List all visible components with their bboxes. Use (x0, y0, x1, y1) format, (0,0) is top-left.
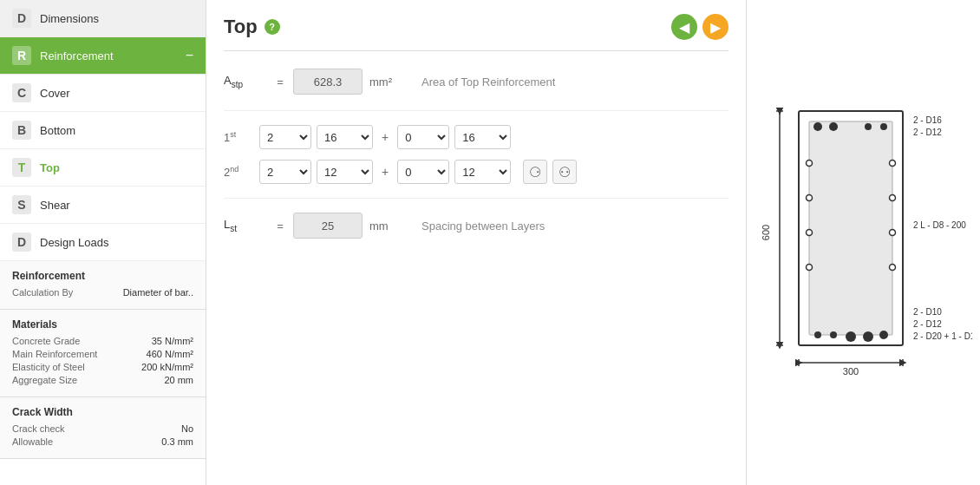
concrete-grade-label: Concrete Grade (12, 336, 80, 346)
bot-rebar-3 (846, 331, 856, 342)
help-icon[interactable]: ? (265, 19, 280, 35)
side-rebar-left-4 (806, 265, 812, 271)
main-rein-value: 460 N/mm² (147, 349, 193, 359)
panel-header: Top ? ◀ ▶ (224, 14, 728, 51)
sidebar-item-bottom[interactable]: B Bottom (0, 112, 206, 149)
side-rebar-left-3 (806, 230, 812, 236)
layer2-label: 2nd (224, 165, 254, 179)
elasticity-value: 200 kN/mm² (141, 362, 193, 372)
side-rebar-left-1 (806, 161, 812, 167)
dim-600-label: 600 (761, 225, 771, 240)
cross-section-diagram: 600 300 (755, 68, 972, 417)
calc-label: Calculation By (12, 287, 73, 298)
layer1-sup: st (230, 130, 236, 139)
nav-right-button[interactable]: ▶ (702, 14, 728, 40)
main-rein-label: Main Reinforcement (12, 349, 97, 359)
astp-equals: = (267, 75, 293, 88)
top-rebar-4 (880, 123, 887, 130)
layer2-plus: + (378, 165, 392, 179)
diagram-panel: 600 300 (746, 0, 980, 485)
astp-unit: mm² (369, 75, 413, 88)
layer1-row: 1st 20134 16810122025 + 0123 168101220 (224, 125, 728, 149)
sidebar-item-design-loads[interactable]: D Design Loads (0, 224, 206, 261)
sidebar: D Dimensions R Reinforcement − C Cover B… (0, 0, 206, 485)
sidebar-label-design-loads: Design Loads (40, 236, 193, 249)
astp-label: Astp (224, 74, 267, 89)
top-rebar-2 (829, 122, 838, 131)
sidebar-item-top[interactable]: T Top (0, 149, 206, 187)
lst-subscript: st (230, 224, 237, 233)
nav-arrows: ◀ ▶ (671, 14, 728, 40)
sidebar-item-shear[interactable]: S Shear (0, 187, 206, 224)
side-rebar-right-4 (889, 265, 895, 271)
lst-equals: = (267, 220, 293, 233)
layer2-sup: nd (230, 165, 238, 174)
top-rebar-3 (865, 123, 872, 130)
remove-layer-button[interactable]: ⚇ (552, 160, 577, 184)
lst-label: Lst (224, 218, 267, 233)
bot-rebar-1 (814, 331, 821, 338)
sidebar-label-reinforcement: Reinforcement (40, 49, 186, 62)
sidebar-item-dimensions[interactable]: D Dimensions (0, 0, 206, 37)
sidebar-letter-t: T (12, 158, 31, 177)
side-rebar-right-3 (889, 230, 895, 236)
layer1-dia2-select[interactable]: 168101220 (454, 125, 511, 149)
sidebar-item-reinforcement[interactable]: R Reinforcement − (0, 37, 206, 75)
main-panel: Top ? ◀ ▶ Astp = 628.3 mm² Area of Top R… (206, 0, 746, 485)
layer1-dia1-select[interactable]: 16810122025 (317, 125, 373, 149)
crack-check-label: Crack check (12, 423, 65, 434)
lst-unit: mm (369, 220, 413, 233)
sidebar-label-cover: Cover (40, 87, 193, 100)
main-content: Top ? ◀ ▶ Astp = 628.3 mm² Area of Top R… (206, 0, 746, 485)
layer1-qty-select[interactable]: 20134 (259, 125, 311, 149)
layer2-dia2-select[interactable]: 128101620 (454, 160, 511, 184)
sidebar-letter-c: C (12, 83, 31, 102)
aggregate-row: Aggregate Size 20 mm (12, 375, 193, 385)
materials-heading: Materials (12, 318, 193, 331)
nav-left-button[interactable]: ◀ (671, 14, 697, 40)
sidebar-letter-r: R (12, 46, 31, 65)
allowable-value: 0.3 mm (161, 436, 193, 447)
astp-value: 628.3 (293, 69, 363, 95)
sidebar-letter-s: S (12, 195, 31, 214)
sidebar-letter-b: B (12, 121, 31, 140)
astp-row: Astp = 628.3 mm² Area of Top Reinforceme… (224, 69, 728, 95)
layer1-label: 1st (224, 130, 254, 144)
sidebar-item-cover[interactable]: C Cover (0, 75, 206, 112)
calc-value: Diameter of bar.. (123, 287, 193, 298)
side-rebar-right-2 (889, 195, 895, 201)
panel-title: Top (224, 16, 258, 38)
main-rein-row: Main Reinforcement 460 N/mm² (12, 349, 193, 359)
add-layer-button[interactable]: ⚆ (523, 160, 547, 184)
astp-description: Area of Top Reinforcement (421, 75, 555, 88)
elasticity-row: Elasticity of Steel 200 kN/mm² (12, 362, 193, 372)
diagram-top-label2: 2 - D12 (913, 128, 942, 137)
astp-subscript: stp (232, 80, 243, 89)
allowable-label: Allowable (12, 436, 53, 447)
sidebar-label-bottom: Bottom (40, 124, 193, 137)
svg-rect-3 (809, 121, 892, 335)
divider-2 (224, 198, 728, 199)
layer2-qty-select[interactable]: 20134 (259, 160, 311, 184)
allowable-row: Allowable 0.3 mm (12, 436, 193, 447)
bot-rebar-2 (830, 331, 837, 338)
diagram-bot-label3: 2 - D20 + 1 - D16 (913, 331, 972, 341)
layer1-qty2-select[interactable]: 0123 (397, 125, 449, 149)
reinforcement-info-heading: Reinforcement (12, 270, 193, 282)
sidebar-label-dimensions: Dimensions (40, 12, 193, 25)
sidebar-label-top: Top (40, 161, 193, 174)
layer1-plus: + (378, 130, 392, 144)
aggregate-label: Aggregate Size (12, 375, 77, 385)
sidebar-label-shear: Shear (40, 199, 193, 212)
reinforcement-info-section: Reinforcement Calculation By Diameter of… (0, 261, 206, 310)
dim-300-label: 300 (842, 366, 858, 377)
lst-row: Lst = 25 mm Spacing between Layers (224, 213, 728, 239)
calc-row: Calculation By Diameter of bar.. (12, 287, 193, 298)
side-rebar-left-2 (806, 195, 812, 201)
diagram-bot-label2: 2 - D12 (913, 319, 942, 329)
materials-section: Materials Concrete Grade 35 N/mm² Main R… (0, 310, 206, 397)
layer2-qty2-select[interactable]: 0123 (397, 160, 449, 184)
bot-rebar-5 (879, 331, 888, 339)
layer2-dia1-select[interactable]: 12810162025 (317, 160, 373, 184)
crack-section: Crack Width Crack check No Allowable 0.3… (0, 397, 206, 459)
